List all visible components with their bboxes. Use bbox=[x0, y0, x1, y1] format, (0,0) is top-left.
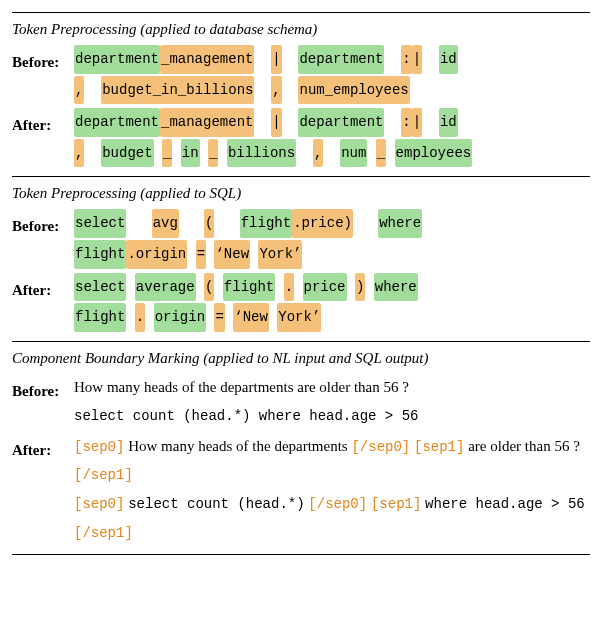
token: avg bbox=[152, 209, 179, 238]
separator-tag: [/sep1] bbox=[74, 525, 133, 541]
token: select count (head.*) bbox=[128, 496, 304, 512]
row-content: How many heads of the departments are ol… bbox=[74, 373, 590, 430]
token bbox=[347, 279, 355, 295]
token bbox=[294, 279, 302, 295]
example-row: After: select average ( flight . price )… bbox=[12, 272, 590, 333]
token bbox=[384, 51, 401, 67]
row-label: Before: bbox=[12, 44, 74, 77]
section: Token Preprocessing (applied to SQL)Befo… bbox=[12, 176, 590, 340]
token: = bbox=[196, 240, 206, 269]
token: origin bbox=[154, 303, 206, 332]
row-content: select average ( flight . price ) wheref… bbox=[74, 272, 590, 333]
token: How many heads of the departments are ol… bbox=[74, 379, 409, 395]
token bbox=[269, 309, 277, 325]
token: in bbox=[181, 139, 200, 168]
token bbox=[384, 114, 401, 130]
token: | bbox=[271, 108, 281, 137]
token: are older than 56 ? bbox=[464, 438, 579, 454]
section: Component Boundary Marking (applied to N… bbox=[12, 341, 590, 555]
token bbox=[126, 309, 134, 325]
token: York’ bbox=[258, 240, 302, 269]
example-row: Before: department_management | departme… bbox=[12, 44, 590, 105]
token bbox=[196, 279, 204, 295]
token bbox=[422, 51, 439, 67]
token bbox=[254, 114, 271, 130]
token: How many heads of the departments bbox=[124, 438, 351, 454]
token bbox=[254, 82, 271, 98]
token: ) bbox=[355, 273, 365, 302]
row-content: [sep0] How many heads of the departments… bbox=[74, 432, 590, 546]
token: department bbox=[74, 45, 160, 74]
row-content: department_management | department :| id… bbox=[74, 107, 590, 168]
token: id bbox=[439, 45, 458, 74]
row-label: After: bbox=[12, 107, 74, 140]
token: department bbox=[74, 108, 160, 137]
separator-tag: [sep1] bbox=[371, 496, 421, 512]
token bbox=[323, 145, 340, 161]
token: , bbox=[74, 76, 84, 105]
token bbox=[353, 215, 378, 231]
token: .price) bbox=[292, 209, 353, 238]
token bbox=[422, 114, 439, 130]
token: select bbox=[74, 273, 126, 302]
token: _ bbox=[162, 139, 172, 168]
token: York’ bbox=[277, 303, 321, 332]
token: billions bbox=[227, 139, 296, 168]
token bbox=[367, 145, 375, 161]
token: _ bbox=[376, 139, 386, 168]
token: select count (head.*) where head.age > 5… bbox=[74, 408, 418, 424]
token: num_employees bbox=[298, 76, 409, 105]
separator-tag: [/sep1] bbox=[74, 467, 133, 483]
token: budget_in_billions bbox=[101, 76, 254, 105]
token: _ bbox=[208, 139, 218, 168]
token bbox=[386, 145, 394, 161]
token: department bbox=[298, 45, 384, 74]
token: num bbox=[340, 139, 367, 168]
section-title: Token Preprocessing (applied to database… bbox=[12, 19, 590, 40]
token: flight bbox=[74, 303, 126, 332]
token: flight bbox=[240, 209, 292, 238]
token bbox=[187, 246, 195, 262]
token: flight bbox=[223, 273, 275, 302]
separator-tag: [sep0] bbox=[74, 439, 124, 455]
token: flight bbox=[74, 240, 126, 269]
table-figure: Token Preprocessing (applied to database… bbox=[12, 12, 590, 555]
token: select bbox=[74, 209, 126, 238]
token: . bbox=[135, 303, 145, 332]
token bbox=[250, 246, 258, 262]
token bbox=[214, 215, 239, 231]
row-label: After: bbox=[12, 432, 74, 465]
token: employees bbox=[395, 139, 473, 168]
token bbox=[126, 279, 134, 295]
token bbox=[200, 145, 208, 161]
token bbox=[282, 51, 299, 67]
token bbox=[145, 309, 153, 325]
separator-tag: [sep1] bbox=[414, 439, 464, 455]
row-content: department_management | department :| id… bbox=[74, 44, 590, 105]
token: id bbox=[439, 108, 458, 137]
separator-tag: [/sep0] bbox=[351, 439, 410, 455]
example-row: Before:How many heads of the departments… bbox=[12, 373, 590, 430]
token: = bbox=[214, 303, 224, 332]
token bbox=[218, 145, 226, 161]
token: , bbox=[271, 76, 281, 105]
token bbox=[282, 114, 299, 130]
token bbox=[172, 145, 180, 161]
token: , bbox=[313, 139, 323, 168]
separator-tag: [sep0] bbox=[74, 496, 124, 512]
token: price bbox=[303, 273, 347, 302]
token bbox=[84, 145, 101, 161]
token bbox=[225, 309, 233, 325]
token bbox=[282, 82, 299, 98]
row-content: select avg ( flight.price) whereflight.o… bbox=[74, 208, 590, 269]
token: ‘New bbox=[233, 303, 269, 332]
token bbox=[179, 215, 204, 231]
token: ( bbox=[204, 209, 214, 238]
token: where bbox=[374, 273, 418, 302]
separator-tag: [/sep0] bbox=[308, 496, 367, 512]
token bbox=[365, 279, 373, 295]
row-label: Before: bbox=[12, 373, 74, 406]
row-label: After: bbox=[12, 272, 74, 305]
row-label: Before: bbox=[12, 208, 74, 241]
token: department bbox=[298, 108, 384, 137]
